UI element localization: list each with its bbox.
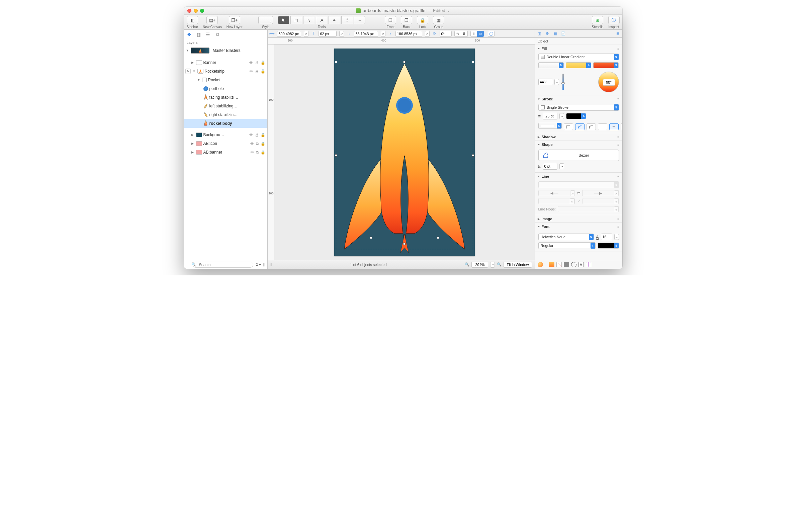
handle-n[interactable] [403,61,405,63]
group-button[interactable]: ▦ [433,16,444,24]
disclosure-arrow-icon[interactable]: ▼ [197,78,201,82]
front-button[interactable]: ❏ [385,16,396,24]
corner-radius-input[interactable] [543,163,557,170]
layers-tab-icon[interactable]: ❖ [186,31,193,38]
selection-tab-icon[interactable]: ☰ [205,31,211,38]
line-type-select[interactable]: ⇅ [538,182,619,188]
disclosure-arrow-icon[interactable]: ▶ [191,142,195,145]
disclosure-arrow-icon[interactable]: ▶ [191,61,195,64]
fill-type-select[interactable]: Double Linear Gradient ⇅ [538,54,619,60]
h-stepper[interactable]: ▴▾ [425,31,429,37]
align-rect-button[interactable]: ▭ [477,31,484,37]
disclosure-arrow-icon[interactable]: ▶ [191,151,195,154]
stroke-dash-select[interactable]: ─────⇅ [538,123,562,129]
current-fill-swatch[interactable] [538,262,543,267]
shape-picker[interactable]: Bezier [538,150,619,161]
tool-select[interactable] [278,16,289,24]
zoom-in-icon[interactable]: 🔍 [497,262,501,267]
zoom-out-icon[interactable]: 🔍 [465,262,469,267]
gradient-angle-input[interactable] [603,79,615,86]
fav-text-swatch[interactable]: A [578,262,584,267]
artboard-viewport[interactable] [274,44,535,260]
fav-gradient-swatch[interactable] [549,262,554,267]
layer-row-background[interactable]: ▶ Backgrou… 👁🖨🔓 [184,131,267,139]
layer-row-rocket-group[interactable]: ▼ Rocket [184,76,267,84]
disclosure-arrow-icon[interactable]: ▶ [191,133,195,136]
line-head-select[interactable]: ──▶▴▾ [582,190,619,196]
zoom-stepper[interactable]: ▴▾ [490,262,495,268]
line-tail-select[interactable]: ◀──▴▾ [538,190,575,196]
corner-stepper[interactable]: ▴▾ [559,163,564,169]
lock-icon[interactable]: 🔒 [261,150,265,155]
section-menu-icon[interactable]: ≡ [617,217,619,221]
print-icon[interactable]: 🖨 [255,133,258,137]
handle-sw[interactable] [370,236,372,239]
section-menu-icon[interactable]: ≡ [617,135,619,139]
layer-row-banner[interactable]: ▶ Banner 👁🖨🔓 [184,58,267,67]
corner-miter[interactable] [564,124,573,130]
rotation-input[interactable] [440,31,452,37]
stencils-button[interactable]: ⊞ [592,16,603,24]
fav-gray-swatch[interactable] [564,262,569,267]
tool-text[interactable]: A [316,16,327,24]
lock-open-icon[interactable]: 🔓 [261,60,265,65]
grid-view-icon[interactable]: ⊞ [616,32,620,36]
line-hops-select[interactable]: ⇅ [558,206,619,212]
handle-s[interactable] [403,243,405,245]
flip-v-button[interactable]: ⇵ [461,31,468,37]
lock-open-icon[interactable]: 🔓 [261,69,265,74]
stop1-swatch[interactable]: ⇅ [538,62,564,68]
layer-row-right-fin[interactable]: right stabilizin… [184,110,267,119]
handle-nw[interactable] [335,61,337,63]
eye-icon[interactable]: 👁 [249,60,253,65]
zoom-input[interactable] [472,262,488,268]
layer-row-left-fin[interactable]: left stabilizing… [184,102,267,110]
line-end-pt[interactable]: ⇅ [582,198,619,204]
handle-e[interactable] [472,154,474,157]
font-color-swatch[interactable]: ⇅ [598,243,619,249]
new-layer-button[interactable]: ❐+ [229,16,240,24]
tool-pen[interactable]: ✒ [329,16,340,24]
font-family-select[interactable]: Helvetica Neue⇅ [538,233,594,240]
fav-nofill-swatch[interactable] [556,262,562,267]
eye-icon[interactable]: 👁 [249,133,253,137]
handle-ne[interactable] [472,61,474,63]
layer-row-ab-banner[interactable]: ▶ AB:banner 👁⧉🔒 [184,148,267,157]
drag-handle-icon[interactable]: ⦀ [270,262,272,267]
search-input[interactable] [193,262,253,268]
mid-stepper[interactable]: ▴▾ [554,79,559,85]
back-button[interactable]: ❐ [401,16,412,24]
font-weight-select[interactable]: Regular⇅ [538,242,596,249]
font-size-input[interactable] [601,233,612,240]
lock-open-icon[interactable]: 🔓 [261,133,265,137]
lock-button[interactable]: 🔒 [417,16,428,24]
align-lines-button[interactable]: ⦀ [471,31,477,37]
disclosure-arrow-icon[interactable]: ▼ [186,49,189,52]
shape-picker-button[interactable]: ◯ [488,31,495,37]
layer-row-porthole[interactable]: porthole [184,84,267,93]
layer-row-rocketship[interactable]: ✎ ▼ Rocketship 👁🖨🔓 [184,67,267,76]
tool-browse[interactable]: → [354,16,365,24]
artboard-icon[interactable]: ⧉ [256,141,258,146]
lock-icon[interactable]: 🔒 [261,141,265,146]
edit-pencil-icon[interactable]: ✎ [185,69,191,74]
outline-tab-icon[interactable]: ▥ [195,31,202,38]
print-icon[interactable]: 🖨 [255,69,258,74]
h-input[interactable] [396,31,422,37]
guides-tab-icon[interactable]: ⧉ [214,31,221,38]
font-size-stepper[interactable]: ▴▾ [614,234,619,240]
cap-square[interactable]: ▬ [621,124,622,130]
print-icon[interactable]: 🖨 [255,60,258,65]
stroke-color-swatch[interactable]: ⇅ [566,113,586,119]
line-start-pt[interactable]: ⇅ [538,198,575,204]
gradient-slider[interactable] [562,74,564,90]
cap-round[interactable]: ━ [609,124,619,130]
stop2-swatch[interactable]: ⇅ [566,62,591,68]
corner-round[interactable] [575,124,584,130]
eye-icon[interactable]: 👁 [250,150,254,155]
x-input[interactable] [277,31,301,37]
disclosure-arrow-icon[interactable]: ▼ [193,70,196,73]
w-stepper[interactable]: ▴▾ [381,31,385,37]
fav-circle-swatch[interactable] [571,262,576,267]
artboard[interactable] [334,49,475,256]
